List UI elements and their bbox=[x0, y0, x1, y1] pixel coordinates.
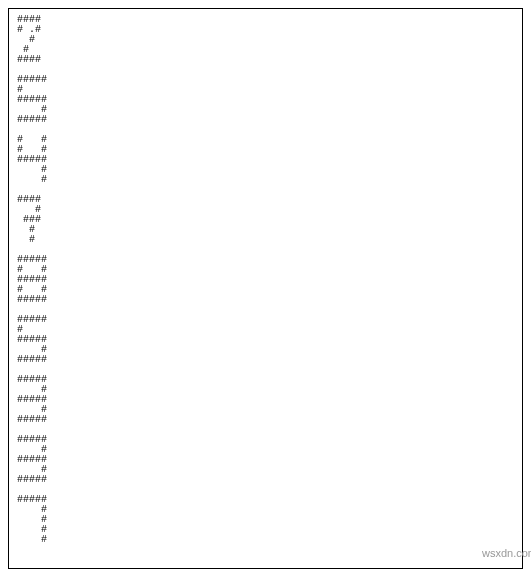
ascii-digit-art: #### # .# # # #### ##### # ##### # #####… bbox=[17, 15, 514, 545]
watermark-text: wsxdn.com bbox=[482, 547, 531, 559]
output-box: #### # .# # # #### ##### # ##### # #####… bbox=[8, 8, 523, 569]
